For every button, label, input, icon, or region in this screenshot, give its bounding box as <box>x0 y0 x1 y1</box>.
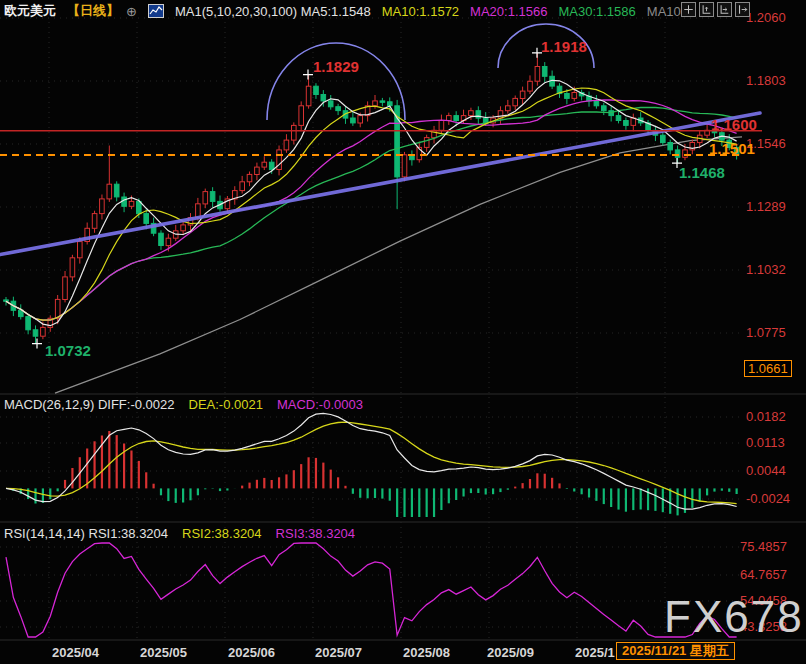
scale-x-axis-icon[interactable] <box>717 2 732 17</box>
pan-icon[interactable] <box>681 2 696 17</box>
ma20-value: MA20:1.1566 <box>470 4 547 19</box>
ma30-value: MA30:1.1586 <box>558 4 635 19</box>
macd-header: MACD(26,12,9) DIFF:-0.0022 DEA:-0.0021 M… <box>4 397 363 412</box>
chart-app: 1.20601.18031.15461.12891.10321.07750.01… <box>0 0 806 664</box>
expand-icon[interactable]: ⊕ <box>126 4 137 19</box>
macd-value: MACD:-0.0003 <box>277 397 363 412</box>
scale-y-axis-icon[interactable] <box>699 2 714 17</box>
period-label: 【日线】 <box>67 2 119 20</box>
rsi-title: RSI(14,14,14) RSI1:38.3204 <box>4 526 168 541</box>
watermark: FX678 <box>664 592 804 642</box>
header-bar: 欧元美元 【日线】 ⊕ MA1(5,10,20,30,100) MA5:1.15… <box>4 1 681 21</box>
macd-dea-value: DEA:-0.0021 <box>189 397 263 412</box>
ma100-label: MA10 <box>647 4 681 19</box>
current-date-badge: 2025/11/21 星期五 <box>616 642 735 660</box>
symbol-title: 欧元美元 <box>4 2 56 20</box>
ma10-value: MA10:1.1572 <box>382 4 459 19</box>
rsi3-value: RSI3:38.3204 <box>276 526 356 541</box>
min-price-badge: 1.0661 <box>744 360 792 377</box>
macd-title: MACD(26,12,9) DIFF:-0.0022 <box>4 397 175 412</box>
toolbar <box>681 2 750 17</box>
exit-fullscreen-icon[interactable] <box>735 2 750 17</box>
ma-settings-label: MA1(5,10,20,30,100) MA5:1.1548 <box>175 4 371 19</box>
rsi2-value: RSI2:38.3204 <box>182 526 262 541</box>
chart-canvas[interactable] <box>0 0 806 664</box>
chart-type-icon[interactable] <box>148 4 164 18</box>
rsi-header: RSI(14,14,14) RSI1:38.3204 RSI2:38.3204 … <box>4 526 355 541</box>
